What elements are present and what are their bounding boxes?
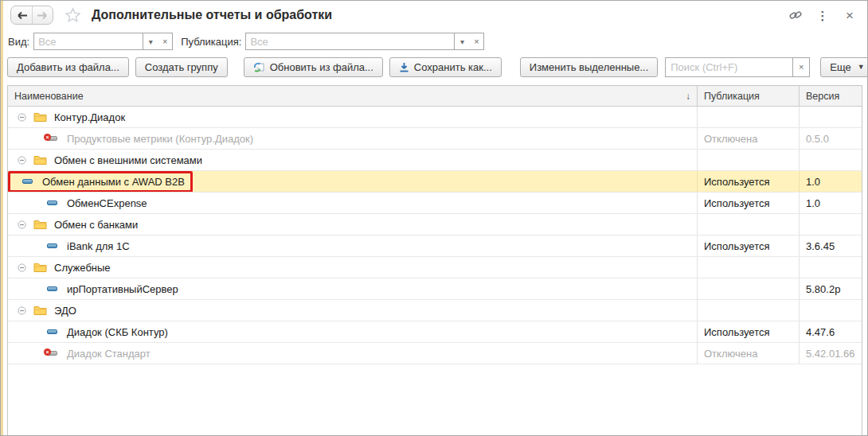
forward-button[interactable] (32, 6, 53, 24)
close-icon[interactable]: × (842, 7, 858, 23)
title-bar: Дополнительные отчеты и обработки ⋮ × (4, 1, 867, 29)
group-row[interactable]: Контур.Диадок (8, 107, 862, 128)
page-title: Дополнительные отчеты и обработки (92, 8, 332, 22)
item-name-label: Диадок (СКБ Контур) (67, 326, 168, 338)
group-row[interactable]: ЭДО (8, 300, 862, 321)
column-header-name[interactable]: Наименование ↓ (8, 86, 697, 106)
publication-cell: Отключена (697, 128, 799, 149)
chevron-down-icon: ▼ (858, 63, 865, 71)
name-cell: ×Диадок Стандарт (8, 343, 697, 364)
collapse-icon[interactable] (18, 263, 26, 272)
collapse-icon[interactable] (18, 220, 26, 229)
table-row[interactable]: Диадок (СКБ Контур)Используется4.47.6 (8, 321, 862, 343)
item-wrap: Диадок (СКБ Контур) (8, 321, 168, 342)
version-cell (799, 150, 862, 170)
publication-cell (697, 107, 799, 127)
more-button[interactable]: Еще ▼ (820, 57, 868, 77)
name-cell: ×Продуктовые метрики (Контур.Диадок) (8, 128, 697, 149)
version-cell (799, 300, 862, 321)
group-name-label: Контур.Диадок (54, 111, 125, 123)
publication-cell (697, 278, 799, 299)
collapse-icon[interactable] (18, 156, 26, 165)
pub-dropdown-button[interactable]: ▾ (454, 33, 469, 50)
folder-icon (33, 155, 47, 165)
pub-filter-input[interactable] (245, 33, 454, 50)
favorite-star-icon[interactable] (65, 7, 81, 23)
item-wrap: ×Диадок Стандарт (8, 343, 151, 364)
collapse-icon[interactable] (18, 306, 26, 315)
column-header-version[interactable]: Версия (799, 86, 862, 106)
vid-filter-combo: ▾ × (33, 33, 173, 50)
name-cell: ЭДО (8, 300, 697, 321)
vid-clear-button[interactable]: × (158, 33, 173, 50)
vid-dropdown-button[interactable]: ▾ (143, 33, 158, 50)
column-header-publication[interactable]: Публикация (697, 86, 799, 106)
collapse-icon[interactable] (18, 113, 26, 122)
name-cell: iBank для 1С (8, 236, 697, 256)
table-header: Наименование ↓ Публикация Версия (8, 86, 862, 107)
group-row[interactable]: Обмен с внешними системами (8, 150, 862, 171)
item-wrap: ОбменСExpense (8, 193, 147, 213)
group-row[interactable]: Служебные (8, 257, 862, 278)
nav-button-group (10, 6, 53, 25)
item-name-label: Диадок Стандарт (67, 348, 151, 360)
publication-cell (697, 214, 799, 235)
annotation-highlight: Обмен данными с AWAD B2B (8, 171, 193, 192)
group-name-label: Обмен с внешними системами (54, 154, 202, 166)
version-cell: 1.0 (799, 171, 862, 192)
table-row[interactable]: ирПортативныйСервер5.80.2p (8, 278, 862, 300)
refresh-file-icon (253, 61, 265, 72)
create-group-label: Создать группу (145, 61, 218, 73)
group-name-label: Служебные (54, 262, 111, 274)
name-cell: Контур.Диадок (8, 107, 697, 127)
publication-cell: Отключена (697, 343, 799, 364)
version-cell: 5.80.2p (799, 278, 862, 299)
disabled-processor-icon: × (47, 136, 57, 141)
name-cell: Обмен с внешними системами (8, 150, 697, 170)
update-from-file-label: Обновить из файла... (270, 61, 373, 73)
back-button[interactable] (11, 6, 32, 24)
filter-row: Вид: ▾ × Публикация: ▾ × (4, 30, 867, 53)
processor-icon (47, 286, 57, 291)
publication-cell (697, 257, 799, 278)
publication-cell: Используется (697, 193, 799, 213)
processor-icon (47, 200, 57, 205)
save-as-button[interactable]: Сохранить как... (389, 57, 502, 77)
item-name-label: ирПортативныйСервер (67, 283, 178, 295)
item-wrap: ×Продуктовые метрики (Контур.Диадок) (8, 128, 253, 149)
name-cell: ирПортативныйСервер (8, 278, 697, 299)
table-body: Контур.Диадок×Продуктовые метрики (Конту… (8, 107, 862, 364)
pub-filter-combo: ▾ × (245, 33, 484, 50)
item-name-label: Обмен данными с AWAD B2B (42, 176, 185, 188)
processor-icon (22, 179, 33, 184)
table-row[interactable]: ОбменСExpenseИспользуется1.0 (8, 193, 862, 214)
table-row[interactable]: iBank для 1СИспользуется3.6.45 (8, 236, 862, 257)
link-icon[interactable] (788, 7, 803, 23)
edit-selected-button[interactable]: Изменить выделенные... (520, 57, 658, 77)
add-from-file-button[interactable]: Добавить из файла... (7, 57, 129, 77)
version-cell (799, 107, 862, 127)
version-cell: 0.5.0 (799, 128, 862, 149)
search-clear-button[interactable]: × (792, 57, 810, 77)
vid-filter-input[interactable] (33, 33, 143, 50)
disabled-badge-icon: × (44, 134, 51, 141)
pub-clear-button[interactable]: × (469, 33, 484, 50)
version-cell: 4.47.6 (799, 321, 862, 342)
name-cell: Служебные (8, 257, 697, 278)
search-box: × (665, 57, 810, 77)
update-from-file-button[interactable]: Обновить из файла... (244, 57, 383, 77)
folder-icon (33, 220, 47, 230)
table-row[interactable]: Обмен данными с AWAD B2BИспользуется1.0 (8, 171, 862, 193)
search-input[interactable] (665, 57, 792, 77)
folder-icon (33, 306, 47, 316)
create-group-button[interactable]: Создать группу (135, 57, 228, 77)
edit-selected-label: Изменить выделенные... (530, 61, 648, 73)
publication-cell: Используется (697, 171, 799, 192)
table-row[interactable]: ×Продуктовые метрики (Контур.Диадок)Откл… (8, 128, 862, 150)
publication-cell (697, 300, 799, 321)
toolbar: Добавить из файла... Создать группу Обно… (4, 55, 867, 79)
version-cell: 3.6.45 (799, 236, 862, 256)
group-row[interactable]: Обмен с банками (8, 214, 862, 236)
kebab-menu-icon[interactable]: ⋮ (815, 7, 831, 23)
table-row[interactable]: ×Диадок СтандартОтключена5.42.01.66 (8, 343, 862, 364)
